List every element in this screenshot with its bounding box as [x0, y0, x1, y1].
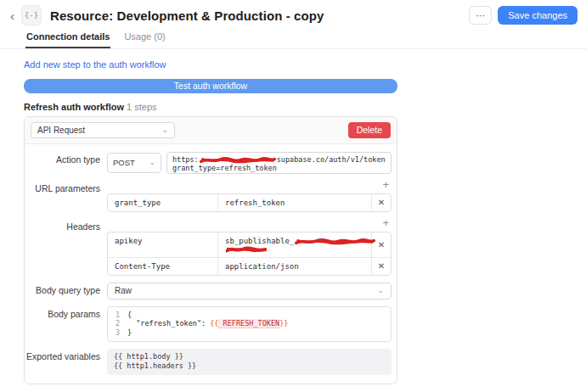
exported-variables-label: Exported variables: [25, 349, 107, 375]
code-content: { "refresh_token": {{ REFRESH_TOKEN}} }: [123, 311, 288, 338]
headers-label: Headers: [25, 219, 107, 276]
url-parameter-row: grant_type refresh_token ✕: [108, 194, 391, 211]
resource-type-icon: {-}: [21, 5, 42, 25]
add-header-icon[interactable]: +: [382, 217, 389, 228]
step-card-header: API Request ⌄ Delete: [25, 117, 397, 144]
page-title: Resource: Development & Production - cop…: [50, 8, 324, 23]
headers-rows: apikey sb_publishable_ ✕ Content-Type ap…: [107, 232, 392, 276]
line-number-gutter: 1 2 3: [108, 311, 123, 338]
url-parameters-label: URL parameters: [25, 181, 107, 212]
code-braces-glyph: {-}: [25, 11, 38, 20]
remove-row-icon[interactable]: ✕: [372, 232, 391, 257]
add-auth-step-link[interactable]: Add new step to the auth workflow: [24, 59, 166, 70]
header-value-input[interactable]: application/json: [218, 258, 372, 275]
step-card-body: Action type POST ⌄ https:supabase.co/aut…: [25, 144, 397, 384]
header-key-input[interactable]: Content-Type: [108, 258, 218, 275]
workflow-step-card: API Request ⌄ Delete Action type POST ⌄ …: [24, 116, 397, 385]
redaction-scribble: [295, 238, 375, 245]
redaction-scribble: [200, 156, 276, 164]
test-auth-workflow-button[interactable]: Test auth workflow: [24, 79, 397, 93]
exported-variable: {{ http1.headers }}: [114, 361, 385, 371]
header-row-apikey: apikey sb_publishable_ ✕: [108, 232, 391, 257]
http-method-select[interactable]: POST ⌄: [107, 153, 161, 173]
step-type-select[interactable]: API Request ⌄: [31, 122, 175, 138]
body-query-type-label: Body query type: [25, 283, 107, 300]
http-method-value: POST: [113, 158, 135, 167]
action-type-label: Action type: [25, 152, 107, 174]
refresh-workflow-title: Refresh auth workflow: [24, 102, 124, 112]
url-text-query: grant_type=refresh_token: [172, 164, 386, 173]
headers-section: Headers + apikey sb_publishable_ ✕: [25, 219, 392, 276]
param-value-input[interactable]: refresh_token: [218, 194, 372, 211]
main-content: Add new step to the auth workflow Test a…: [24, 49, 397, 392]
header-key-input[interactable]: apikey: [108, 232, 218, 257]
exported-variables-row: Exported variables {{ http1.body }} {{ h…: [25, 349, 392, 375]
save-changes-button[interactable]: Save changes: [498, 6, 578, 25]
exported-variable: {{ http1.body }}: [114, 352, 385, 361]
remove-row-icon[interactable]: ✕: [372, 194, 391, 211]
body-params-row: Body params 1 2 3 { "refresh_token": {{ …: [25, 306, 392, 343]
chevron-down-icon: ⌄: [377, 287, 384, 294]
template-brace: }}: [279, 319, 288, 328]
tab-bar: Connection details Usage (0): [0, 29, 586, 49]
add-url-parameter-icon[interactable]: +: [382, 179, 389, 190]
action-type-row: Action type POST ⌄ https:supabase.co/aut…: [25, 152, 392, 174]
tab-connection-details[interactable]: Connection details: [25, 29, 110, 48]
url-parameters-rows: grant_type refresh_token ✕: [107, 193, 392, 212]
body-query-type-value: Raw: [115, 286, 132, 295]
header-value-input[interactable]: sb_publishable_: [218, 232, 372, 257]
template-brace: {{: [210, 319, 218, 328]
body-query-type-row: Body query type Raw ⌄: [25, 283, 392, 300]
body-params-editor[interactable]: 1 2 3 { "refresh_token": {{ REFRESH_TOKE…: [107, 306, 392, 343]
back-icon[interactable]: ‹: [10, 9, 14, 22]
tab-usage[interactable]: Usage (0): [123, 29, 166, 48]
chevron-down-icon: ⌄: [161, 126, 168, 134]
body-params-label: Body params: [25, 306, 107, 343]
template-variable: REFRESH_TOKEN: [218, 319, 279, 328]
refresh-workflow-step-count: 1 steps: [127, 102, 156, 112]
url-text-domain: supabase.co/auth/v1/token?: [277, 155, 386, 164]
step-type-value: API Request: [37, 126, 85, 135]
top-bar: ‹ {-} Resource: Development & Production…: [0, 0, 586, 29]
apikey-visible-text: sb_publishable_: [225, 237, 294, 245]
more-options-button[interactable]: ⋯: [469, 6, 492, 25]
url-parameters-section: URL parameters + grant_type refresh_toke…: [25, 181, 392, 212]
header-row-content-type: Content-Type application/json ✕: [108, 257, 391, 275]
chevron-down-icon: ⌄: [149, 159, 155, 166]
redaction-scribble: [226, 246, 267, 253]
url-text-start: https:: [172, 155, 199, 164]
delete-step-button[interactable]: Delete: [348, 122, 391, 138]
top-bar-actions: ⋯ Save changes: [469, 6, 578, 25]
param-key-input[interactable]: grant_type: [108, 194, 218, 211]
exported-variables-box: {{ http1.body }} {{ http1.headers }}: [107, 349, 392, 375]
remove-row-icon[interactable]: ✕: [372, 258, 391, 275]
url-input[interactable]: https:supabase.co/auth/v1/token? grant_t…: [166, 152, 392, 174]
refresh-workflow-heading: Refresh auth workflow 1 steps: [24, 102, 397, 112]
body-query-type-select[interactable]: Raw ⌄: [107, 283, 392, 300]
